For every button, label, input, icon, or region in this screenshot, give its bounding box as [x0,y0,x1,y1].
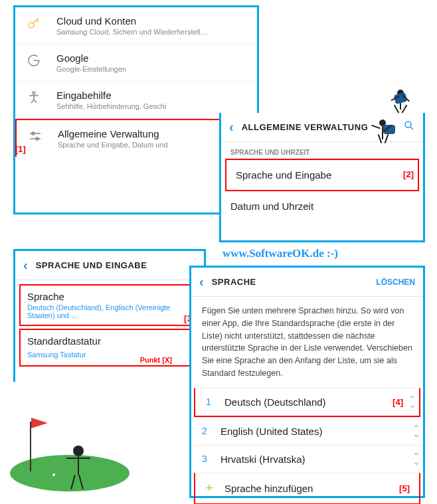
item-subtitle: Google-Einstellungen [56,65,246,73]
accessibility-icon [26,90,42,106]
add-language-row[interactable]: + Sprache hinzufügen [5] [194,473,420,505]
item-subtitle: Sprache und Eingabe, Datum und [58,141,245,149]
marker-5: [5] [399,483,410,493]
key-icon [26,15,42,31]
info-text: Fügen Sie unten mehrere Sprachen hinzu. … [191,297,423,388]
golf-decoration [10,412,143,491]
settings-item-cloud[interactable]: Cloud und Konten Samsung Cloud, Sichern … [15,7,257,44]
svg-point-0 [29,23,34,28]
lang-number: 2 [202,426,220,436]
language-row-2[interactable]: 2 English (United States) ⌃⌄ [191,417,423,445]
language-list-panel: ‹ SPRACHE LÖSCHEN Fügen Sie unten mehrer… [189,266,425,498]
svg-point-1 [33,92,35,94]
lang-number: 1 [206,396,224,407]
google-icon [26,52,42,68]
back-icon[interactable]: ‹ [23,258,28,273]
item-subtitle: Samsung Cloud, Sichern und Wiederherstel… [56,28,246,36]
lang-number: 3 [202,454,220,464]
back-icon[interactable]: ‹ [199,274,204,290]
item-title: Cloud und Konten [56,15,246,27]
language-row-3[interactable]: 3 Hrvatski (Hrvatska) ⌃⌄ [191,445,423,473]
marker-1: [1] [15,144,26,154]
delete-action[interactable]: LÖSCHEN [376,278,415,287]
settings-item-google[interactable]: Google Google-Einstellungen [15,44,257,82]
marker-punkt: Punkt [X] [140,356,172,364]
drag-handle-icon[interactable]: ⌃⌄ [408,396,415,408]
item-title: Standardtastatur [27,335,192,347]
item-subtitle: Samsung Tastatur [27,351,86,359]
date-time-item[interactable]: Datum und Uhrzeit [221,191,423,221]
lang-name: English (United States) [220,426,412,437]
plus-icon: + [206,481,224,495]
panel-header: ‹ SPRACHE LÖSCHEN [191,268,423,297]
item-subtitle: Deutsch (Deutschland), Englisch (Vereini… [27,303,192,319]
item-title: Allgemeine Verwaltung [58,128,245,139]
marker-4: [4] [393,397,403,407]
sliders-icon [27,128,43,144]
item-subtitle: Sehhilfe, Hörbehinderung, Geschi [56,102,246,110]
panel-header: ‹ SPRACHE UND EINGABE [15,251,204,280]
language-item[interactable]: Sprache Deutsch (Deutschland), Englisch … [19,284,200,326]
language-input-item[interactable]: Sprache und Eingabe [2] [225,159,419,191]
default-keyboard-item[interactable]: Standardtastatur Samsung Tastatur Punkt … [19,329,200,367]
header-title: SPRACHE [212,277,377,287]
item-title: Eingabehilfe [56,90,246,101]
drag-handle-icon[interactable]: ⌃⌄ [412,454,419,465]
language-row-1[interactable]: 1 Deutsch (Deutschland) [4] ⌃⌄ [194,388,420,417]
watermark: www.SoftwareOK.de :-) [222,247,338,260]
climbers-decoration [374,90,434,156]
item-label: Datum und Uhrzeit [230,201,313,212]
lang-name: Deutsch (Deutschland) [224,396,393,408]
add-language-label: Sprache hinzufügen [224,483,399,494]
item-title: Google [56,52,246,64]
item-label: Sprache und Eingabe [236,169,331,181]
back-icon[interactable]: ‹ [229,120,234,135]
item-title: Sprache [27,291,192,302]
lang-name: Hrvatski (Hrvatska) [220,454,412,465]
drag-handle-icon[interactable]: ⌃⌄ [412,426,419,437]
header-title: SPRACHE UND EINGABE [36,260,196,270]
language-input-panel: ‹ SPRACHE UND EINGABE Sprache Deutsch (D… [13,249,206,382]
marker-2: [2] [403,169,414,179]
